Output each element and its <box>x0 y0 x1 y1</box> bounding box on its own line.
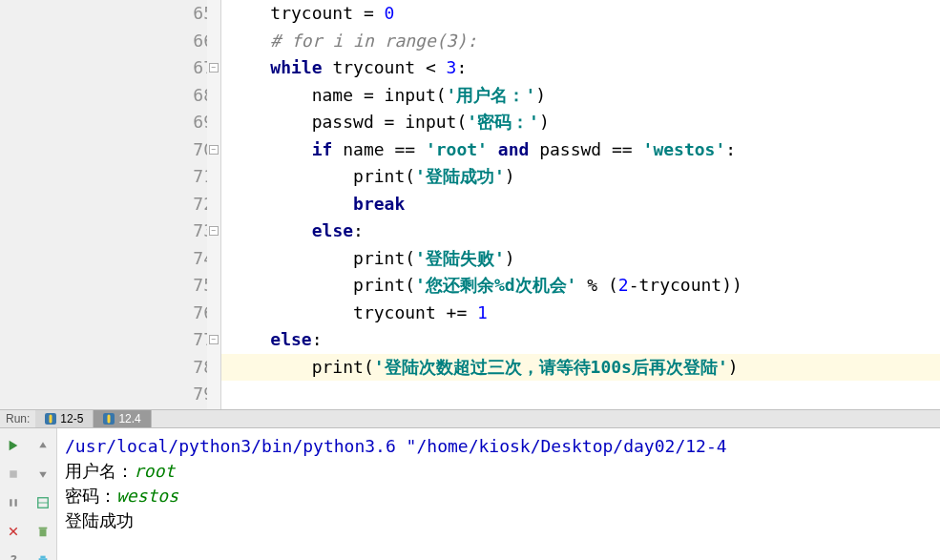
console-line: /usr/local/python3/bin/python3.6 "/home/… <box>65 434 932 459</box>
console-toolbar: ? <box>0 428 57 560</box>
run-tab[interactable]: 12-5 <box>35 410 94 427</box>
gutter: 656667686970717273747576777879 −−−− <box>0 0 221 409</box>
svg-rect-9 <box>15 499 17 507</box>
code-line[interactable]: print('您还剩余%d次机会' % (2-trycount)) <box>229 272 940 300</box>
fold-toggle[interactable]: − <box>209 145 219 155</box>
up-button[interactable] <box>32 435 53 456</box>
close-button[interactable] <box>3 521 24 542</box>
fold-toggle[interactable]: − <box>209 335 219 344</box>
code-area[interactable]: trycount = 0 # for i in range(3): while … <box>221 0 940 409</box>
console-output[interactable]: /usr/local/python3/bin/python3.6 "/home/… <box>57 428 940 560</box>
code-line[interactable]: print('登陆成功') <box>229 163 940 191</box>
svg-marker-4 <box>10 441 18 451</box>
code-line[interactable]: print('登陆次数超过三次，请等待100s后再次登陆') <box>229 354 940 382</box>
fold-column: −−−− <box>207 0 220 409</box>
svg-rect-17 <box>40 556 45 559</box>
svg-marker-7 <box>39 472 47 478</box>
svg-rect-8 <box>10 499 12 507</box>
run-tab[interactable]: 12.4 <box>94 410 151 427</box>
code-editor[interactable]: 656667686970717273747576777879 −−−− tryc… <box>0 0 940 409</box>
run-label: Run: <box>0 412 35 425</box>
code-line[interactable]: while trycount < 3: <box>229 54 940 82</box>
code-line[interactable]: print('登陆失败') <box>229 245 940 273</box>
stop-button[interactable] <box>3 464 24 485</box>
svg-rect-3 <box>108 415 111 424</box>
console-line: 密码：westos <box>65 484 932 508</box>
rerun-button[interactable] <box>3 435 24 456</box>
code-line[interactable]: # for i in range(3): <box>229 28 940 55</box>
code-line[interactable]: break <box>229 191 940 218</box>
svg-rect-6 <box>10 470 18 478</box>
code-line[interactable]: trycount = 0 <box>229 0 940 28</box>
run-tool-bar: Run: 12-512.4 <box>0 409 940 428</box>
help-button[interactable]: ? <box>3 550 24 560</box>
console-line: 用户名：root <box>65 459 932 484</box>
pause-button[interactable] <box>3 492 24 513</box>
svg-rect-1 <box>50 415 52 424</box>
run-console: ? /usr/local/python3/bin/python3.6 "/hom… <box>0 428 940 560</box>
fold-toggle[interactable]: − <box>209 63 219 73</box>
console-line: 登陆成功 <box>65 508 932 533</box>
code-line[interactable]: trycount += 1 <box>229 300 940 327</box>
code-line[interactable]: else: <box>229 326 940 354</box>
code-line[interactable]: if name == 'root' and passwd == 'westos'… <box>229 136 940 164</box>
trash-button[interactable] <box>32 521 53 542</box>
code-line[interactable]: passwd = input('密码：') <box>229 109 940 136</box>
fold-toggle[interactable]: − <box>209 226 219 236</box>
svg-rect-14 <box>39 529 46 536</box>
code-line[interactable]: name = input('用户名：') <box>229 82 940 110</box>
svg-rect-15 <box>38 528 47 529</box>
code-line[interactable]: else: <box>229 218 940 245</box>
code-line[interactable] <box>229 381 940 408</box>
print-button[interactable] <box>32 550 53 560</box>
down-button[interactable] <box>32 464 53 485</box>
svg-marker-5 <box>39 442 47 447</box>
layout-button[interactable] <box>32 492 53 513</box>
